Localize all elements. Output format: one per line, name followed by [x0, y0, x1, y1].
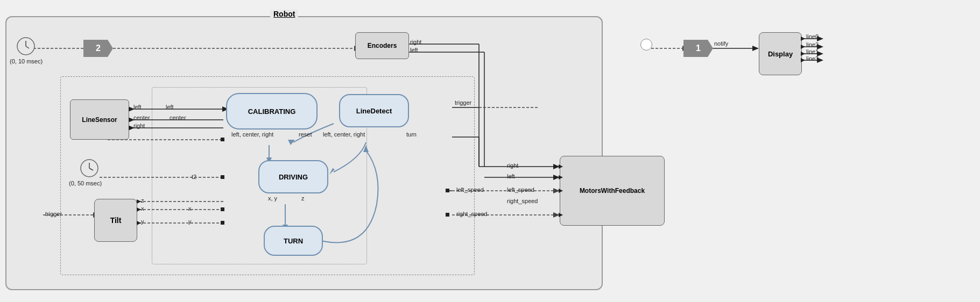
- driving-label: DRIVING: [279, 173, 308, 181]
- lcr1-label: left, center, right: [231, 131, 273, 138]
- tilt-label: Tilt: [110, 216, 122, 225]
- timer1-label: (0, 10 msec): [10, 58, 43, 64]
- node-1: 1: [683, 40, 713, 57]
- rightspeed-label: right_speed: [456, 211, 488, 217]
- robot-title: Robot: [270, 10, 298, 18]
- motors-node: MotorsWithFeedback: [560, 156, 665, 226]
- lcr2-label: left, center, right: [323, 131, 365, 138]
- calibrating-label: CALIBRATING: [248, 107, 296, 116]
- right1-label: right: [410, 39, 421, 45]
- encoders-label: Encoders: [368, 42, 397, 49]
- z-tilt-label: z: [141, 197, 144, 204]
- calibrating-node: CALIBRATING: [226, 93, 318, 130]
- leftspeed-m-label: left_speed: [507, 186, 534, 193]
- linedetect-label: LineDetect: [356, 107, 392, 115]
- left2-label: left: [133, 104, 142, 110]
- linesensor-label: LineSensor: [82, 116, 117, 124]
- line1-label: line1: [806, 48, 819, 55]
- reset-label: reset: [299, 131, 312, 138]
- xy-label: x, y: [268, 195, 277, 202]
- display-line0-arrow: [801, 37, 805, 41]
- left-m-label: left: [507, 173, 515, 179]
- right-m-label: right: [507, 162, 518, 169]
- center-label: center: [133, 114, 150, 121]
- svg-marker-52: [752, 46, 759, 51]
- turn-node: TURN: [264, 226, 323, 256]
- clock-icon-2: [80, 159, 99, 178]
- node-2: 2: [83, 40, 113, 57]
- encoders-node: Encoders: [355, 32, 409, 59]
- linesensor-node: LineSensor: [70, 99, 129, 140]
- circle-node: [640, 39, 652, 51]
- line3-label: line3: [806, 55, 819, 62]
- tilt-node: Tilt: [94, 199, 137, 242]
- leftspeed-label: left_speed: [456, 186, 484, 193]
- line2-label: line2: [806, 41, 819, 48]
- canvas: Robot: [0, 0, 980, 302]
- timer2-label: (0, 50 msec): [69, 180, 102, 186]
- x-tilt-label: x: [141, 205, 144, 212]
- node-2-label: 2: [96, 44, 101, 53]
- motors-label: MotorsWithFeedback: [580, 187, 645, 195]
- y-out-label: y: [188, 218, 192, 225]
- t2-label: t2: [192, 174, 196, 180]
- turn-label-node: TURN: [284, 237, 303, 245]
- display-line2-arrow: [801, 45, 805, 49]
- display-node: Display: [759, 32, 802, 75]
- trigger2-label: trigger: [455, 99, 471, 106]
- notify-label: notify: [714, 40, 728, 47]
- right2-label: right: [133, 123, 145, 129]
- turn-label: turn: [406, 131, 417, 138]
- clock-icon-1: [16, 37, 36, 56]
- node-1-label: 1: [696, 44, 701, 53]
- trigger-tilt-label: trigger: [45, 211, 62, 217]
- linedetect-node: LineDetect: [339, 94, 409, 127]
- line0-label: line0: [806, 33, 819, 40]
- left3-label: left: [166, 104, 174, 110]
- center2-label: center: [170, 114, 186, 121]
- display-line3-arrow: [801, 58, 805, 62]
- display-label: Display: [768, 50, 793, 58]
- rightspeed-m-label: right_speed: [507, 198, 538, 204]
- x-out-label: x: [188, 205, 192, 212]
- left1-label: left: [410, 47, 418, 53]
- y-tilt-label: y: [141, 218, 144, 225]
- display-line1-arrow: [801, 52, 805, 56]
- z-label: z: [301, 195, 305, 202]
- driving-node: DRIVING: [258, 160, 328, 193]
